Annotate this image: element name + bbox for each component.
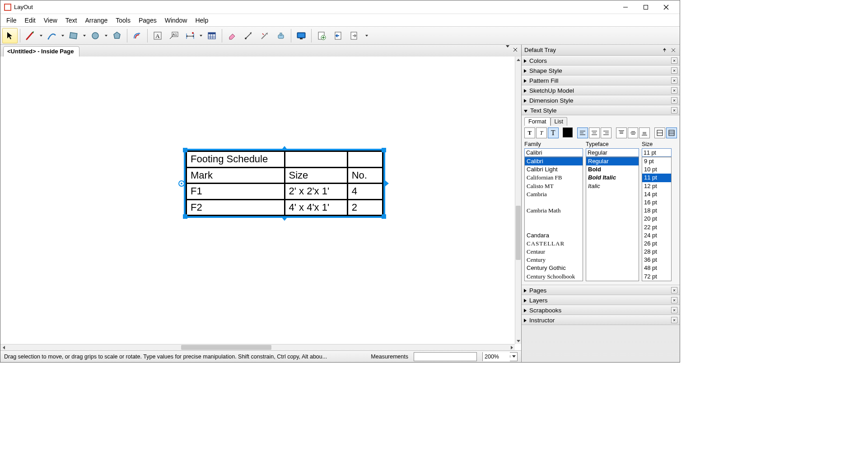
horizontal-scrollbar[interactable] xyxy=(0,344,515,350)
selected-table[interactable]: Footing ScheduleMarkSizeNo.F12' x 2'x 1'… xyxy=(186,151,383,216)
tool-label[interactable]: A1 xyxy=(166,28,182,43)
panel-head-layers[interactable]: Layers× xyxy=(522,295,680,305)
list-item[interactable]: 24 pt xyxy=(642,231,671,240)
grip-top-left[interactable] xyxy=(183,148,187,152)
format-align-right-button[interactable] xyxy=(601,127,611,138)
panel-head-pattern-fill[interactable]: Pattern Fill× xyxy=(522,75,680,85)
menu-view[interactable]: View xyxy=(40,15,61,26)
tool-split[interactable] xyxy=(257,28,272,43)
tool-style[interactable] xyxy=(241,28,256,43)
list-item[interactable]: Italic xyxy=(586,182,639,190)
scroll-down[interactable] xyxy=(515,338,521,344)
list-item[interactable]: 18 pt xyxy=(642,207,671,215)
tool-text[interactable]: A xyxy=(150,28,165,43)
scroll-left[interactable] xyxy=(0,344,7,350)
text-style-tab-format[interactable]: Format xyxy=(524,117,551,126)
window-maximize-button[interactable] xyxy=(635,0,656,14)
tool-offset[interactable] xyxy=(130,28,145,43)
panel-close-icon[interactable]: × xyxy=(671,77,677,84)
tool-select[interactable] xyxy=(2,28,18,43)
menu-pages[interactable]: Pages xyxy=(135,15,161,26)
table-cell[interactable]: Footing Schedule xyxy=(187,151,285,168)
size-input[interactable] xyxy=(642,148,672,157)
page-prev[interactable] xyxy=(330,28,345,43)
zoom-input[interactable] xyxy=(483,352,510,361)
tool-line[interactable] xyxy=(23,28,38,43)
list-item[interactable]: 16 pt xyxy=(642,198,671,207)
list-item[interactable]: 72 pt xyxy=(642,273,671,281)
grip-bottom-right[interactable] xyxy=(382,214,386,219)
window-minimize-button[interactable] xyxy=(615,0,635,14)
document-tab-close[interactable] xyxy=(512,47,518,53)
list-item[interactable] xyxy=(525,198,583,207)
panel-head-colors[interactable]: Colors× xyxy=(522,56,680,66)
canvas[interactable]: Footing ScheduleMarkSizeNo.F12' x 2'x 1'… xyxy=(0,57,515,344)
format-italic-button[interactable]: T xyxy=(536,127,547,138)
panel-head-instructor[interactable]: Instructor× xyxy=(522,315,680,325)
list-item[interactable]: 36 pt xyxy=(642,256,671,264)
list-item[interactable]: 96 pt xyxy=(642,281,671,281)
tool-arc[interactable] xyxy=(44,28,60,43)
list-item[interactable]: 10 pt xyxy=(642,165,671,174)
menu-tools[interactable]: Tools xyxy=(112,15,135,26)
tool-line-dropdown[interactable] xyxy=(39,28,43,43)
menu-edit[interactable]: Edit xyxy=(21,15,40,26)
panel-close-icon[interactable]: × xyxy=(671,297,677,303)
list-item[interactable]: 48 pt xyxy=(642,264,671,272)
grip-bottom-left[interactable] xyxy=(183,214,187,219)
rotate-handle[interactable] xyxy=(178,180,185,187)
tool-table[interactable] xyxy=(204,28,219,43)
grip-right-mid[interactable] xyxy=(384,180,389,187)
panel-close-icon[interactable]: × xyxy=(671,307,677,313)
menu-arrange[interactable]: Arrange xyxy=(81,15,112,26)
page-add[interactable] xyxy=(314,28,329,43)
list-item[interactable]: Centaur xyxy=(525,248,583,256)
table-cell[interactable]: F2 xyxy=(187,199,285,216)
table-cell[interactable]: 4' x 4'x 1' xyxy=(285,199,347,216)
footing-table[interactable]: Footing ScheduleMarkSizeNo.F12' x 2'x 1'… xyxy=(186,151,383,216)
menu-file[interactable]: File xyxy=(2,15,21,26)
table-cell[interactable] xyxy=(285,151,347,168)
text-style-tab-list[interactable]: List xyxy=(551,117,567,126)
list-item[interactable]: Candara xyxy=(525,231,583,240)
format-align-center-button[interactable] xyxy=(589,127,600,138)
table-cell[interactable]: Size xyxy=(285,167,347,184)
format-bold-button[interactable]: T xyxy=(524,127,535,138)
list-item[interactable]: Cambria Math xyxy=(525,207,583,215)
zoom-dropdown[interactable] xyxy=(510,355,517,358)
page-next[interactable] xyxy=(346,28,362,43)
grip-bottom-mid[interactable] xyxy=(281,216,288,221)
table-cell[interactable]: 2' x 2'x 1' xyxy=(285,184,347,200)
scroll-right[interactable] xyxy=(509,344,515,350)
list-item[interactable]: Cambria xyxy=(525,190,583,198)
text-color-swatch[interactable] xyxy=(563,127,573,137)
grip-top-mid[interactable] xyxy=(281,146,288,151)
panel-head-dimension-style[interactable]: Dimension Style× xyxy=(522,95,680,105)
format-valign-middle-button[interactable] xyxy=(628,127,639,138)
format-valign-bottom-button[interactable] xyxy=(639,127,650,138)
tool-join[interactable] xyxy=(273,28,289,43)
scroll-up[interactable] xyxy=(515,57,521,63)
list-item[interactable]: 22 pt xyxy=(642,223,671,231)
panel-head-pages[interactable]: Pages× xyxy=(522,285,680,295)
list-item[interactable]: 11 pt xyxy=(642,174,671,182)
tool-rectangle[interactable] xyxy=(66,28,81,43)
tool-eraser[interactable] xyxy=(224,28,240,43)
list-item[interactable]: 12 pt xyxy=(642,182,671,190)
format-align-left-button[interactable] xyxy=(577,127,588,138)
list-item[interactable] xyxy=(525,223,583,231)
list-item[interactable]: Regular xyxy=(586,157,639,165)
list-item[interactable]: Century Schoolbook xyxy=(525,273,583,281)
table-cell[interactable]: 4 xyxy=(347,184,383,200)
panel-head-text-style[interactable]: Text Style× xyxy=(522,105,680,115)
menu-text[interactable]: Text xyxy=(61,15,81,26)
vscroll-thumb[interactable] xyxy=(516,206,521,260)
panel-head-scrapbooks[interactable]: Scrapbooks× xyxy=(522,305,680,315)
menu-window[interactable]: Window xyxy=(161,15,191,26)
tool-dimension-dropdown[interactable] xyxy=(199,28,203,43)
list-item[interactable]: 9 pt xyxy=(642,157,671,165)
size-list[interactable]: 9 pt10 pt11 pt12 pt14 pt16 pt18 pt20 pt2… xyxy=(642,157,672,281)
list-item[interactable]: CASTELLAR xyxy=(525,240,583,248)
panel-close-icon[interactable]: × xyxy=(671,287,677,293)
vertical-scrollbar[interactable] xyxy=(515,57,521,344)
